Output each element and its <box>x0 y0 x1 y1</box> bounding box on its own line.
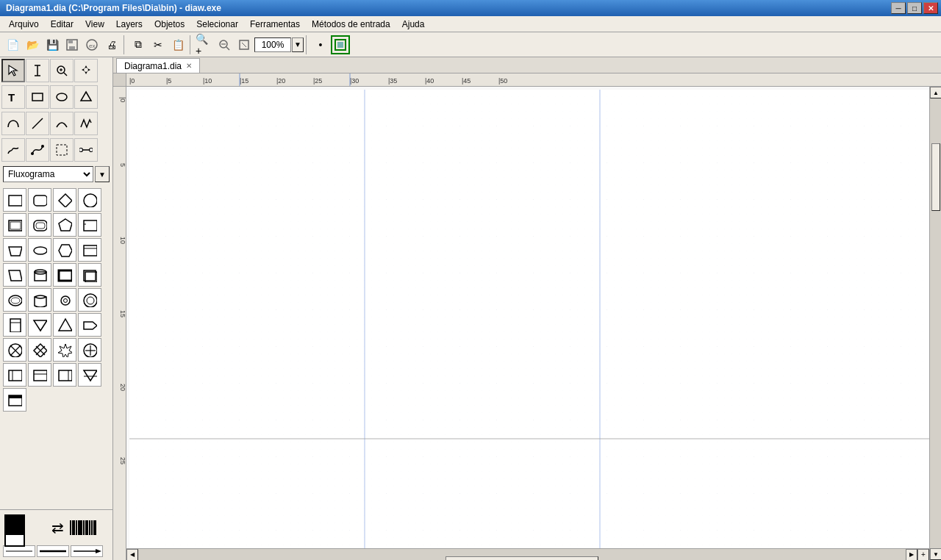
bezier-tool[interactable] <box>1 112 25 135</box>
menu-selecionar[interactable]: Selecionar <box>190 18 244 31</box>
shape-circle[interactable] <box>78 188 101 212</box>
svg-text:|50: |50 <box>498 77 507 85</box>
freehand-tool[interactable] <box>1 138 25 162</box>
shape-diamond[interactable] <box>53 188 76 212</box>
category-select[interactable]: Fluxograma <box>3 166 93 182</box>
shape-storage[interactable] <box>28 288 51 312</box>
save-as-button[interactable] <box>62 35 82 54</box>
line-thin[interactable] <box>3 545 35 557</box>
menu-view[interactable]: View <box>79 18 110 31</box>
scroll-thumb-h[interactable] <box>446 556 599 561</box>
rect-tool[interactable] <box>26 85 49 109</box>
swap-colors[interactable]: ⇄ <box>51 519 64 536</box>
shape-rect[interactable] <box>3 188 26 212</box>
shape-x-circle[interactable] <box>3 338 26 362</box>
shape-cylinder[interactable] <box>28 263 51 287</box>
cut-button[interactable]: ✂ <box>149 35 168 54</box>
open-button[interactable]: 📂 <box>23 35 42 54</box>
shape-parallelogram[interactable] <box>3 263 26 287</box>
export-button[interactable]: ex <box>82 35 101 54</box>
shape-bold-rect[interactable] <box>53 263 76 287</box>
shape-triangle-down2[interactable] <box>78 363 101 387</box>
maximize-button[interactable]: □ <box>907 2 922 14</box>
bezier-line-tool[interactable] <box>26 138 49 162</box>
copy-button[interactable]: ⧉ <box>129 35 148 54</box>
line-arrow[interactable] <box>71 545 103 557</box>
close-button[interactable]: ✕ <box>923 2 938 14</box>
shape-rect-notch[interactable] <box>78 213 101 237</box>
scroll-thumb-v[interactable] <box>931 143 940 211</box>
diagram-tab[interactable]: Diagrama1.dia ✕ <box>116 58 200 73</box>
horizontal-scrollbar[interactable]: ◀ ▶ + <box>126 548 929 560</box>
zoom-dropdown[interactable]: ▼ <box>292 37 304 52</box>
menu-layers[interactable]: Layers <box>110 18 149 31</box>
shape-rounded2[interactable] <box>28 213 51 237</box>
menu-ferramentas[interactable]: Ferramentas <box>244 18 306 31</box>
shape-rounded-rect[interactable] <box>28 188 51 212</box>
drawing-canvas[interactable] <box>126 87 929 548</box>
line-medium[interactable] <box>37 545 69 557</box>
svg-rect-114 <box>129 90 929 548</box>
shape-rect-a[interactable] <box>3 363 26 387</box>
scroll-down-button[interactable]: ▼ <box>930 548 941 560</box>
scroll-track-v[interactable] <box>930 98 941 548</box>
zoom-input[interactable]: 100% <box>254 37 291 52</box>
vertical-scrollbar[interactable]: ▲ ▼ <box>929 87 941 560</box>
shape-oval[interactable] <box>28 238 51 262</box>
scroll-right-button[interactable]: ▶ <box>906 549 917 561</box>
shape-triangle-up[interactable] <box>53 313 76 337</box>
shape-arrow-rect[interactable] <box>78 313 101 337</box>
zoom-reset-button[interactable] <box>235 35 254 54</box>
menu-objetos[interactable]: Objetos <box>149 18 190 31</box>
ellipse-tool[interactable] <box>50 85 74 109</box>
shape-rect-double[interactable] <box>78 238 101 262</box>
snap-button[interactable] <box>331 35 350 54</box>
shape-trapezoid[interactable] <box>3 238 26 262</box>
polygon-tool[interactable] <box>74 85 98 109</box>
shape-rect-b[interactable] <box>28 363 51 387</box>
shape-circle2[interactable] <box>78 288 101 312</box>
dot-button[interactable]: • <box>311 35 330 54</box>
minimize-button[interactable]: ─ <box>891 2 906 14</box>
menu-metodos[interactable]: Métodos de entrada <box>306 18 396 31</box>
scroll-left-button[interactable]: ◀ <box>126 549 138 561</box>
zoom-in-button[interactable]: 🔍+ <box>195 35 214 54</box>
line-tool[interactable] <box>26 112 49 135</box>
shape-rect2[interactable] <box>3 213 26 237</box>
svg-rect-41 <box>84 220 97 231</box>
shape-sun[interactable] <box>53 338 76 362</box>
shape-single[interactable] <box>3 388 26 412</box>
text-tool[interactable]: T <box>1 85 25 109</box>
zoom-out-button[interactable] <box>215 35 234 54</box>
shape-hexagon[interactable] <box>53 238 76 262</box>
shape-x-diamond[interactable] <box>28 338 51 362</box>
shape-gear[interactable] <box>53 288 76 312</box>
shape-plus-circle[interactable] <box>78 338 101 362</box>
menu-editar[interactable]: Editar <box>45 18 79 31</box>
menu-arquivo[interactable]: Arquivo <box>3 18 45 31</box>
shape-rect-tall[interactable] <box>3 313 26 337</box>
box-select-tool[interactable] <box>50 138 74 162</box>
text-cursor-tool[interactable] <box>26 59 49 82</box>
shape-pentagon[interactable] <box>53 213 76 237</box>
arc-tool[interactable] <box>50 112 74 135</box>
select-tool[interactable] <box>1 59 25 82</box>
category-arrow[interactable]: ▼ <box>95 166 110 182</box>
shape-triangle-down[interactable] <box>28 313 51 337</box>
menu-ajuda[interactable]: Ajuda <box>396 18 431 31</box>
shape-rect-c[interactable] <box>53 363 76 387</box>
zoom-tool[interactable] <box>50 59 74 82</box>
paste-button[interactable]: 📋 <box>168 35 187 54</box>
shape-ellipse2[interactable] <box>3 288 26 312</box>
scroll-up-button[interactable]: ▲ <box>930 87 941 98</box>
foreground-color[interactable] <box>4 514 25 535</box>
new-button[interactable]: 📄 <box>3 35 22 54</box>
tab-close-button[interactable]: ✕ <box>186 62 192 70</box>
shape-double-rect[interactable] <box>78 263 101 287</box>
print-button[interactable]: 🖨 <box>102 35 121 54</box>
scroll-add-button[interactable]: + <box>917 549 929 561</box>
save-button[interactable]: 💾 <box>43 35 62 54</box>
zigzag-tool[interactable] <box>74 112 98 135</box>
move-tool[interactable] <box>74 59 98 82</box>
connect-tool[interactable] <box>74 138 98 162</box>
